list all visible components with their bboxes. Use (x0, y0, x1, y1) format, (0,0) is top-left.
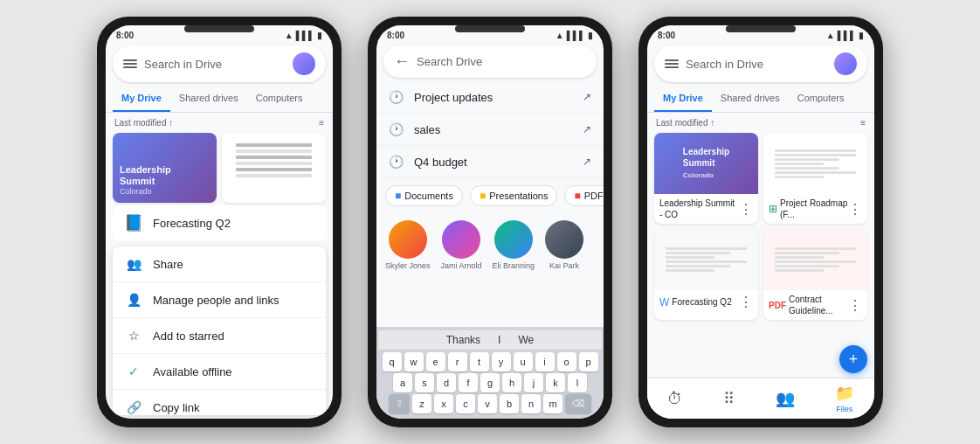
hamburger-icon-1[interactable] (123, 59, 137, 68)
menu-manage-people[interactable]: 👤 Manage people and links (113, 282, 326, 318)
search-placeholder-2: Search Drive (417, 55, 586, 68)
nav-shared[interactable]: ⠿ (723, 389, 735, 408)
person-name-4: Kai Park (549, 261, 579, 270)
tab-shared-drives-1[interactable]: Shared drives (170, 86, 247, 112)
file-grid-1: LeadershipSummit Colorado (106, 133, 333, 203)
suggestion-1[interactable]: 🕐 Project updates ↗ (376, 81, 604, 114)
copy-link-label: Copy link (153, 401, 199, 414)
chip-documents[interactable]: ■ Documents (385, 185, 463, 206)
tabs-row-1: My Drive Shared drives Computers (106, 86, 333, 113)
sort-row-3: Last modified ↑ ≡ (647, 113, 874, 133)
chip-pdfs[interactable]: ■ PDFs (564, 185, 604, 206)
tab-shared-drives-3[interactable]: Shared drives (712, 86, 789, 112)
kb-row-3: ⇧ z x c v b n m ⌫ (378, 394, 602, 413)
search-bar-1[interactable]: Search in Drive (113, 45, 326, 82)
person-2[interactable]: Jami Arnold (441, 220, 482, 270)
pdf-icon-3: PDF (769, 301, 786, 310)
spreadsheet-lines-1 (232, 140, 315, 196)
key-d[interactable]: d (437, 373, 456, 392)
forecasting-more-btn[interactable]: ⋮ (739, 294, 753, 310)
leadership-thumb-1[interactable]: LeadershipSummit Colorado (113, 133, 217, 203)
file-list-item-1[interactable]: 📘 Forecasting Q2 (113, 205, 326, 240)
key-r[interactable]: r (448, 352, 467, 371)
contract-more-btn[interactable]: ⋮ (848, 297, 862, 314)
file-grid-3: LeadershipSummit Colorado Leadership Sum… (647, 133, 874, 323)
key-i[interactable]: i (535, 352, 555, 371)
key-g[interactable]: g (480, 373, 500, 392)
tab-computers-1[interactable]: Computers (247, 86, 312, 112)
wifi-icon-1: ▲ (285, 31, 293, 40)
person-3[interactable]: Eli Branning (493, 220, 535, 270)
docs-icon-3: W (659, 296, 669, 309)
menu-share[interactable]: 👥 Share (113, 246, 326, 282)
key-l[interactable]: l (568, 373, 587, 392)
arrow-icon-1: ↗ (583, 91, 591, 103)
person-4[interactable]: Kai Park (545, 220, 583, 270)
list-view-icon-1[interactable]: ≡ (319, 118, 324, 128)
suggestion-3[interactable]: 🕐 Q4 budget ↗ (376, 146, 604, 178)
search-bar-2[interactable]: ← Search Drive (383, 45, 597, 78)
suggestion-2[interactable]: 🕐 sales ↗ (376, 114, 604, 146)
fab-button[interactable]: + (839, 345, 867, 373)
key-shift[interactable]: ⇧ (389, 394, 410, 413)
phone-3: 8:00 ▲ ▌▌▌ ▮ Search in Drive My (638, 17, 883, 427)
file-card-leadership[interactable]: LeadershipSummit Colorado Leadership Sum… (654, 133, 758, 224)
key-x[interactable]: x (434, 394, 453, 413)
key-a[interactable]: a (393, 373, 412, 392)
avatar-kai (545, 220, 583, 259)
file-card-contract[interactable]: PDF Contract Guideline... ⋮ (763, 229, 867, 320)
key-n[interactable]: n (521, 394, 541, 413)
key-z[interactable]: z (412, 394, 431, 413)
leadership-card-sub: Colorado (683, 171, 714, 179)
arrow-icon-3: ↗ (583, 156, 591, 168)
wifi-icon-2: ▲ (556, 31, 564, 40)
roadmap-more-btn[interactable]: ⋮ (848, 201, 862, 218)
chip-presentations[interactable]: ■ Presentations (470, 185, 558, 206)
person-1[interactable]: Skyler Jones (385, 220, 431, 270)
key-o[interactable]: o (557, 352, 576, 371)
menu-add-starred[interactable]: ☆ Add to starred (113, 318, 326, 354)
tab-my-drive-3[interactable]: My Drive (654, 86, 712, 112)
avatar-3[interactable] (834, 52, 857, 75)
menu-offline[interactable]: ✓ Available offline (113, 354, 326, 390)
key-u[interactable]: u (514, 352, 533, 371)
menu-copy-link[interactable]: 🔗 Copy link (113, 390, 326, 415)
share-label: Share (153, 258, 183, 271)
key-h[interactable]: h (502, 373, 521, 392)
nav-recent[interactable]: ⏱ (667, 390, 683, 408)
hamburger-icon-3[interactable] (665, 59, 679, 68)
key-p[interactable]: p (579, 352, 598, 371)
tab-computers-3[interactable]: Computers (789, 86, 853, 112)
tab-my-drive-1[interactable]: My Drive (113, 86, 170, 112)
key-b[interactable]: b (500, 394, 519, 413)
key-backspace[interactable]: ⌫ (565, 394, 591, 413)
sheets-icon: ⊞ (769, 203, 777, 215)
key-v[interactable]: v (478, 394, 497, 413)
back-arrow-icon[interactable]: ← (394, 52, 410, 71)
leadership-more-btn[interactable]: ⋮ (739, 201, 753, 218)
nav-files[interactable]: 📁 Files (835, 384, 854, 413)
key-j[interactable]: j (524, 373, 543, 392)
avatar-eli (494, 220, 533, 259)
key-e[interactable]: e (426, 352, 445, 371)
share-icon: 👥 (125, 255, 142, 273)
key-y[interactable]: y (492, 352, 511, 371)
key-q[interactable]: q (383, 352, 402, 371)
battery-icon-2: ▮ (588, 31, 593, 40)
nav-people[interactable]: 👥 (776, 389, 795, 408)
avatar-1[interactable] (293, 52, 315, 75)
file-card-forecasting[interactable]: W Forecasting Q2 ⋮ (654, 229, 758, 320)
suggestion-text-2: sales (414, 123, 440, 136)
key-k[interactable]: k (546, 373, 565, 392)
key-f[interactable]: f (459, 373, 478, 392)
key-m[interactable]: m (543, 394, 562, 413)
key-w[interactable]: w (404, 352, 424, 371)
key-c[interactable]: c (456, 394, 475, 413)
file-card-roadmap[interactable]: ⊞ Project Roadmap (F... ⋮ (763, 133, 867, 224)
key-t[interactable]: t (470, 352, 489, 371)
list-view-icon-3[interactable]: ≡ (860, 118, 866, 128)
search-bar-3[interactable]: Search in Drive (654, 45, 867, 82)
spreadsheet-thumb-1[interactable] (222, 133, 326, 203)
key-s[interactable]: s (415, 373, 434, 392)
people-nav-icon: 👥 (776, 389, 795, 408)
